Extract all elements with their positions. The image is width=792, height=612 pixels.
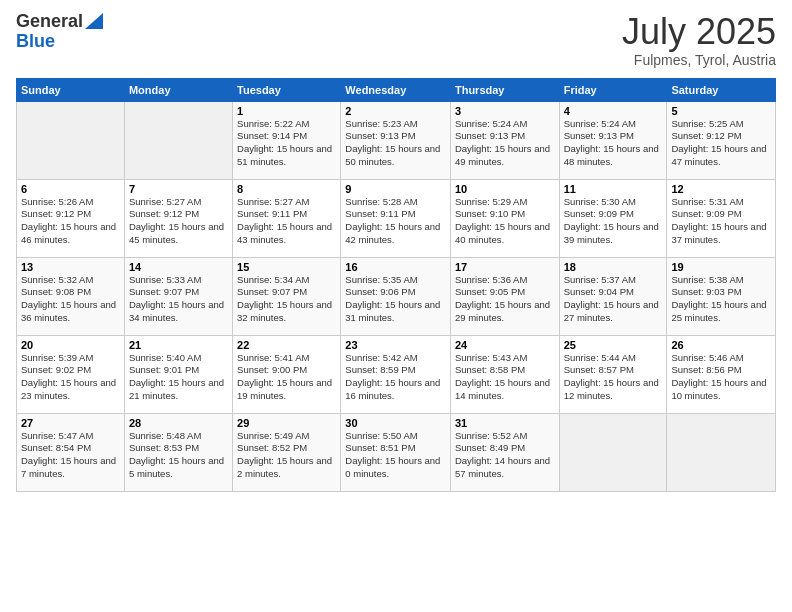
calendar-cell: 20Sunrise: 5:39 AMSunset: 9:02 PMDayligh… xyxy=(17,335,125,413)
logo-general-text: General xyxy=(16,12,83,32)
logo-icon xyxy=(85,13,103,29)
day-detail: Sunrise: 5:36 AMSunset: 9:05 PMDaylight:… xyxy=(455,274,555,325)
day-number: 11 xyxy=(564,183,663,195)
day-number: 29 xyxy=(237,417,336,429)
day-number: 17 xyxy=(455,261,555,273)
calendar-week: 20Sunrise: 5:39 AMSunset: 9:02 PMDayligh… xyxy=(17,335,776,413)
calendar-cell: 26Sunrise: 5:46 AMSunset: 8:56 PMDayligh… xyxy=(667,335,776,413)
day-detail: Sunrise: 5:27 AMSunset: 9:12 PMDaylight:… xyxy=(129,196,228,247)
subtitle: Fulpmes, Tyrol, Austria xyxy=(622,52,776,68)
day-detail: Sunrise: 5:28 AMSunset: 9:11 PMDaylight:… xyxy=(345,196,446,247)
calendar-cell: 17Sunrise: 5:36 AMSunset: 9:05 PMDayligh… xyxy=(450,257,559,335)
day-detail: Sunrise: 5:49 AMSunset: 8:52 PMDaylight:… xyxy=(237,430,336,481)
calendar-cell: 3Sunrise: 5:24 AMSunset: 9:13 PMDaylight… xyxy=(450,101,559,179)
day-number: 26 xyxy=(671,339,771,351)
weekday-header: Sunday xyxy=(17,78,125,101)
day-detail: Sunrise: 5:50 AMSunset: 8:51 PMDaylight:… xyxy=(345,430,446,481)
day-detail: Sunrise: 5:37 AMSunset: 9:04 PMDaylight:… xyxy=(564,274,663,325)
day-number: 15 xyxy=(237,261,336,273)
day-detail: Sunrise: 5:38 AMSunset: 9:03 PMDaylight:… xyxy=(671,274,771,325)
day-number: 8 xyxy=(237,183,336,195)
day-number: 14 xyxy=(129,261,228,273)
day-detail: Sunrise: 5:44 AMSunset: 8:57 PMDaylight:… xyxy=(564,352,663,403)
day-number: 19 xyxy=(671,261,771,273)
calendar-cell xyxy=(17,101,125,179)
calendar-cell: 6Sunrise: 5:26 AMSunset: 9:12 PMDaylight… xyxy=(17,179,125,257)
calendar-cell: 25Sunrise: 5:44 AMSunset: 8:57 PMDayligh… xyxy=(559,335,667,413)
day-detail: Sunrise: 5:25 AMSunset: 9:12 PMDaylight:… xyxy=(671,118,771,169)
day-detail: Sunrise: 5:23 AMSunset: 9:13 PMDaylight:… xyxy=(345,118,446,169)
day-number: 10 xyxy=(455,183,555,195)
day-number: 24 xyxy=(455,339,555,351)
day-number: 30 xyxy=(345,417,446,429)
day-number: 16 xyxy=(345,261,446,273)
calendar-cell xyxy=(559,413,667,491)
calendar-cell: 29Sunrise: 5:49 AMSunset: 8:52 PMDayligh… xyxy=(233,413,341,491)
day-detail: Sunrise: 5:42 AMSunset: 8:59 PMDaylight:… xyxy=(345,352,446,403)
calendar-cell: 22Sunrise: 5:41 AMSunset: 9:00 PMDayligh… xyxy=(233,335,341,413)
calendar-cell: 28Sunrise: 5:48 AMSunset: 8:53 PMDayligh… xyxy=(124,413,232,491)
day-detail: Sunrise: 5:34 AMSunset: 9:07 PMDaylight:… xyxy=(237,274,336,325)
logo-blue-text: Blue xyxy=(16,32,55,52)
day-number: 4 xyxy=(564,105,663,117)
calendar-cell: 12Sunrise: 5:31 AMSunset: 9:09 PMDayligh… xyxy=(667,179,776,257)
day-detail: Sunrise: 5:24 AMSunset: 9:13 PMDaylight:… xyxy=(455,118,555,169)
calendar-cell: 16Sunrise: 5:35 AMSunset: 9:06 PMDayligh… xyxy=(341,257,451,335)
day-number: 6 xyxy=(21,183,120,195)
day-number: 25 xyxy=(564,339,663,351)
day-detail: Sunrise: 5:40 AMSunset: 9:01 PMDaylight:… xyxy=(129,352,228,403)
calendar-cell: 8Sunrise: 5:27 AMSunset: 9:11 PMDaylight… xyxy=(233,179,341,257)
day-number: 23 xyxy=(345,339,446,351)
calendar-cell: 24Sunrise: 5:43 AMSunset: 8:58 PMDayligh… xyxy=(450,335,559,413)
calendar-cell xyxy=(124,101,232,179)
day-number: 3 xyxy=(455,105,555,117)
calendar-week: 1Sunrise: 5:22 AMSunset: 9:14 PMDaylight… xyxy=(17,101,776,179)
calendar-cell: 15Sunrise: 5:34 AMSunset: 9:07 PMDayligh… xyxy=(233,257,341,335)
day-detail: Sunrise: 5:47 AMSunset: 8:54 PMDaylight:… xyxy=(21,430,120,481)
calendar-cell: 27Sunrise: 5:47 AMSunset: 8:54 PMDayligh… xyxy=(17,413,125,491)
calendar-cell: 31Sunrise: 5:52 AMSunset: 8:49 PMDayligh… xyxy=(450,413,559,491)
day-detail: Sunrise: 5:35 AMSunset: 9:06 PMDaylight:… xyxy=(345,274,446,325)
day-detail: Sunrise: 5:26 AMSunset: 9:12 PMDaylight:… xyxy=(21,196,120,247)
calendar-cell: 9Sunrise: 5:28 AMSunset: 9:11 PMDaylight… xyxy=(341,179,451,257)
day-number: 7 xyxy=(129,183,228,195)
calendar-cell xyxy=(667,413,776,491)
day-detail: Sunrise: 5:24 AMSunset: 9:13 PMDaylight:… xyxy=(564,118,663,169)
main-title: July 2025 xyxy=(622,12,776,52)
calendar-cell: 21Sunrise: 5:40 AMSunset: 9:01 PMDayligh… xyxy=(124,335,232,413)
title-block: July 2025 Fulpmes, Tyrol, Austria xyxy=(622,12,776,68)
calendar-cell: 30Sunrise: 5:50 AMSunset: 8:51 PMDayligh… xyxy=(341,413,451,491)
weekday-header: Tuesday xyxy=(233,78,341,101)
day-detail: Sunrise: 5:32 AMSunset: 9:08 PMDaylight:… xyxy=(21,274,120,325)
day-detail: Sunrise: 5:43 AMSunset: 8:58 PMDaylight:… xyxy=(455,352,555,403)
day-number: 18 xyxy=(564,261,663,273)
day-detail: Sunrise: 5:52 AMSunset: 8:49 PMDaylight:… xyxy=(455,430,555,481)
day-number: 13 xyxy=(21,261,120,273)
page-container: General Blue July 2025 Fulpmes, Tyrol, A… xyxy=(0,0,792,500)
calendar-cell: 14Sunrise: 5:33 AMSunset: 9:07 PMDayligh… xyxy=(124,257,232,335)
day-number: 20 xyxy=(21,339,120,351)
calendar-cell: 19Sunrise: 5:38 AMSunset: 9:03 PMDayligh… xyxy=(667,257,776,335)
day-number: 31 xyxy=(455,417,555,429)
day-detail: Sunrise: 5:39 AMSunset: 9:02 PMDaylight:… xyxy=(21,352,120,403)
day-detail: Sunrise: 5:22 AMSunset: 9:14 PMDaylight:… xyxy=(237,118,336,169)
day-detail: Sunrise: 5:41 AMSunset: 9:00 PMDaylight:… xyxy=(237,352,336,403)
calendar-table: SundayMondayTuesdayWednesdayThursdayFrid… xyxy=(16,78,776,492)
calendar-cell: 1Sunrise: 5:22 AMSunset: 9:14 PMDaylight… xyxy=(233,101,341,179)
calendar-cell: 10Sunrise: 5:29 AMSunset: 9:10 PMDayligh… xyxy=(450,179,559,257)
day-number: 12 xyxy=(671,183,771,195)
calendar-cell: 7Sunrise: 5:27 AMSunset: 9:12 PMDaylight… xyxy=(124,179,232,257)
day-detail: Sunrise: 5:30 AMSunset: 9:09 PMDaylight:… xyxy=(564,196,663,247)
day-detail: Sunrise: 5:48 AMSunset: 8:53 PMDaylight:… xyxy=(129,430,228,481)
day-number: 27 xyxy=(21,417,120,429)
day-number: 9 xyxy=(345,183,446,195)
calendar-cell: 2Sunrise: 5:23 AMSunset: 9:13 PMDaylight… xyxy=(341,101,451,179)
weekday-header: Saturday xyxy=(667,78,776,101)
calendar-cell: 18Sunrise: 5:37 AMSunset: 9:04 PMDayligh… xyxy=(559,257,667,335)
day-number: 22 xyxy=(237,339,336,351)
day-number: 21 xyxy=(129,339,228,351)
day-number: 1 xyxy=(237,105,336,117)
logo: General Blue xyxy=(16,12,103,52)
calendar-cell: 5Sunrise: 5:25 AMSunset: 9:12 PMDaylight… xyxy=(667,101,776,179)
day-detail: Sunrise: 5:27 AMSunset: 9:11 PMDaylight:… xyxy=(237,196,336,247)
